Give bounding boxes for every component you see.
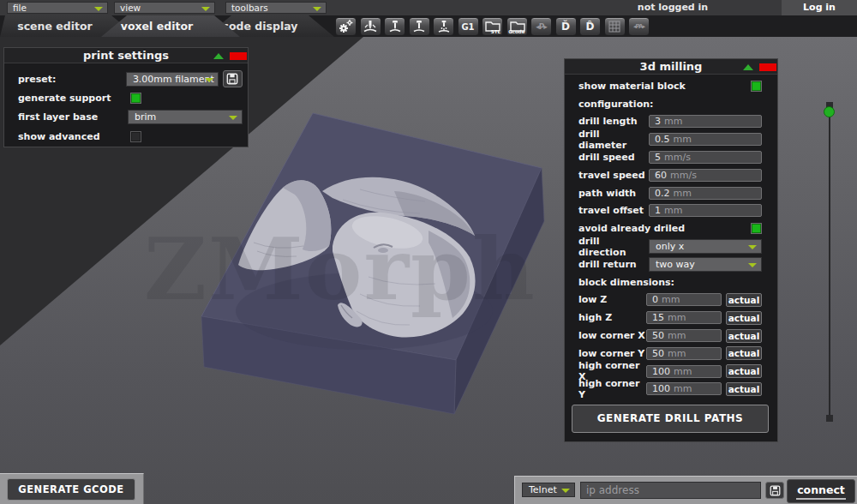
actual-button[interactable]: actual <box>726 346 762 360</box>
drill-direction-row: drill direction only x <box>565 237 777 255</box>
login-button[interactable]: Log in <box>782 0 857 15</box>
d-circumflex-button[interactable]: D̂ <box>579 17 601 36</box>
first-layer-base-label: first layer base <box>18 111 128 123</box>
field-value: 60 <box>655 170 667 181</box>
actual-button[interactable]: actual <box>726 329 762 343</box>
actual-button[interactable]: actual <box>726 382 762 396</box>
field-label: path width <box>578 188 649 199</box>
gears-icon <box>339 19 354 34</box>
block-dimensions-label: block dimensions: <box>578 277 762 288</box>
d-caron-icon: Ď <box>561 21 570 33</box>
travel-speed-input[interactable]: 60mm/s <box>649 169 762 182</box>
print-settings-panel: print settings preset: 3.00mm filament <box>3 47 249 147</box>
grid-table-button[interactable] <box>604 17 626 36</box>
chevron-down-icon <box>94 7 103 11</box>
menu-view[interactable]: view <box>114 2 215 14</box>
field-label: travel offset <box>578 205 649 216</box>
generate-gcode-button[interactable]: GENERATE GCODE <box>7 478 135 501</box>
show-advanced-label: show advanced <box>18 131 130 142</box>
field-label: drill direction <box>578 236 649 258</box>
collapse-panel-icon[interactable] <box>743 64 753 70</box>
chevron-down-icon <box>313 7 321 11</box>
avoid-drilled-label: avoid already driled <box>578 223 751 234</box>
field-value: 50 <box>652 348 664 359</box>
preset-label: preset: <box>18 74 126 85</box>
drill-spray-icon <box>437 20 451 33</box>
first-layer-base-value: brim <box>135 111 156 123</box>
low-z-input[interactable]: 0mm <box>646 293 722 306</box>
d-caron-button[interactable]: Ď <box>555 17 577 36</box>
g1-icon: G1 <box>461 22 474 32</box>
field-unit: mm <box>662 294 680 305</box>
show-advanced-checkbox[interactable] <box>130 131 141 142</box>
high-z-input[interactable]: 15mm <box>646 311 722 324</box>
drill-return-dropdown[interactable]: two way <box>649 257 762 272</box>
generate-support-checkbox[interactable] <box>130 93 141 104</box>
actual-button[interactable]: actual <box>726 364 762 378</box>
grid-icon <box>608 21 620 33</box>
preset-dropdown[interactable]: 3.00mm filament <box>126 72 219 87</box>
collapse-panel-icon[interactable] <box>213 53 224 59</box>
floppy-save-icon <box>226 73 238 85</box>
connect-label: connect <box>797 483 845 496</box>
drill-length-input[interactable]: 3mm <box>649 115 762 128</box>
save-connection-button[interactable] <box>765 482 784 499</box>
first-layer-base-dropdown[interactable]: brim <box>128 110 243 124</box>
actual-button[interactable]: actual <box>726 311 762 325</box>
avoid-drilled-checkbox[interactable] <box>751 223 762 234</box>
menu-file[interactable]: file <box>7 2 108 14</box>
open-stl-button[interactable]: STL <box>482 17 503 36</box>
field-value: 15 <box>652 312 664 323</box>
field-unit: mm <box>674 366 692 377</box>
field-label: high corner Y <box>578 378 646 400</box>
high-corner-x-input[interactable]: 100mm <box>646 365 722 378</box>
ip-address-input[interactable] <box>580 482 761 499</box>
field-label: drill return <box>578 259 649 270</box>
low-corner-x-input[interactable]: 50mm <box>646 329 722 342</box>
section-label-row: configuration: <box>565 95 777 113</box>
drill-speed-row: drill speed 5mm/s <box>565 148 777 166</box>
show-material-block-checkbox[interactable] <box>751 81 762 92</box>
vertical-slider-track[interactable] <box>829 105 830 417</box>
menu-toolbars[interactable]: toolbars <box>225 2 327 14</box>
travel-offset-input[interactable]: 1mm <box>649 204 762 217</box>
gcode-g1-button[interactable]: G1 <box>458 17 479 36</box>
field-unit: mm <box>668 330 686 341</box>
drill-diameter-input[interactable]: 0.5mm <box>649 133 762 146</box>
field-value: 100 <box>652 366 670 377</box>
actual-button[interactable]: actual <box>726 293 762 307</box>
low-corner-y-input[interactable]: 50mm <box>646 347 722 360</box>
high-corner-y-input[interactable]: 100mm <box>646 382 722 395</box>
generate-drill-paths-button[interactable]: GENERATE DRILL PATHS <box>572 405 769 433</box>
generate-support-row: generate support <box>4 88 248 107</box>
tab-label: scene editor <box>17 20 93 33</box>
mill-head-chips-button[interactable] <box>360 17 381 36</box>
milling-titlebar: 3d milling <box>565 59 777 75</box>
drill-direction-dropdown[interactable]: only x <box>649 239 762 254</box>
field-label: low Z <box>578 294 646 305</box>
chevron-down-icon <box>561 489 570 493</box>
vertical-slider-knob[interactable] <box>824 106 835 117</box>
menu-view-label: view <box>120 3 141 13</box>
tab-voxel-editor[interactable]: voxel editor <box>101 15 240 37</box>
connect-button[interactable]: connect <box>787 479 855 503</box>
drill-pin-surface-button[interactable] <box>409 17 430 36</box>
field-label: high Z <box>578 312 646 323</box>
login-status-text: not logged in <box>600 0 746 15</box>
settings-gears-button[interactable] <box>335 17 357 36</box>
field-unit: mm <box>664 116 682 127</box>
low-corner-x-row: low corner X 50mm actual <box>565 327 777 345</box>
close-panel-icon[interactable] <box>230 52 247 60</box>
param-pa-button[interactable]: ◂PA▸ <box>628 17 650 36</box>
drill-pin-down-button[interactable] <box>384 17 405 36</box>
param-p-button[interactable]: ◂P▸ <box>530 17 552 36</box>
print-settings-titlebar: print settings <box>4 48 248 63</box>
drill-speed-input[interactable]: 5mm/s <box>649 151 762 164</box>
path-width-input[interactable]: 0.2mm <box>649 187 762 200</box>
drill-spray-button[interactable] <box>433 17 454 36</box>
close-panel-icon[interactable] <box>759 63 776 71</box>
protocol-dropdown[interactable]: Telnet <box>522 483 575 497</box>
field-unit: mm <box>664 205 682 216</box>
save-preset-button[interactable] <box>223 70 243 87</box>
open-gcode-button[interactable]: Gcode <box>506 17 528 36</box>
